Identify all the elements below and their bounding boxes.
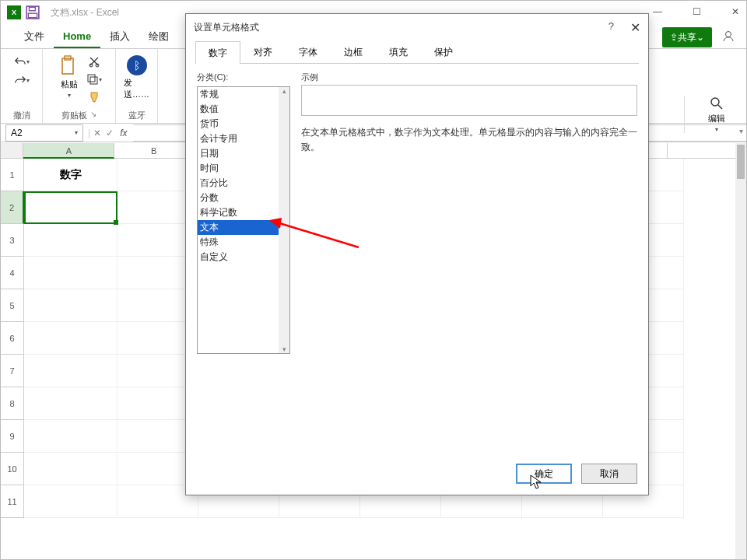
undo-button[interactable]: ▾ bbox=[14, 54, 30, 69]
svg-point-10 bbox=[711, 98, 719, 106]
cat-fraction[interactable]: 分数 bbox=[198, 191, 289, 205]
tab-file[interactable]: 文件 bbox=[15, 25, 54, 48]
ok-button[interactable]: 确定 bbox=[516, 464, 572, 484]
row-header[interactable]: 11 bbox=[1, 485, 24, 518]
list-scrollbar[interactable]: ▴▾ bbox=[279, 87, 289, 353]
cell[interactable] bbox=[24, 289, 117, 322]
bluetooth-group-label: 蓝牙 bbox=[124, 110, 149, 121]
cell-a1[interactable]: 数字 bbox=[24, 159, 117, 191]
save-icon[interactable] bbox=[26, 5, 40, 19]
svg-rect-1 bbox=[28, 13, 37, 18]
cat-number[interactable]: 数值 bbox=[198, 102, 289, 117]
expand-formula-icon[interactable]: ▾ bbox=[739, 127, 743, 135]
column-header-b[interactable]: B bbox=[114, 143, 193, 159]
dlg-tab-font[interactable]: 字体 bbox=[286, 40, 331, 63]
row-header[interactable]: 4 bbox=[1, 257, 24, 289]
excel-app-icon: X bbox=[7, 5, 21, 19]
document-title: 文档.xlsx - Excel bbox=[51, 6, 119, 19]
svg-point-3 bbox=[726, 32, 731, 37]
cell[interactable] bbox=[24, 453, 117, 485]
cell[interactable] bbox=[24, 224, 117, 257]
copy-button[interactable]: ▾ bbox=[86, 72, 102, 87]
format-painter-button[interactable] bbox=[86, 89, 102, 105]
dialog-title: 设置单元格格式 ? ✕ bbox=[186, 14, 648, 40]
cat-custom[interactable]: 自定义 bbox=[198, 250, 289, 264]
dlg-tab-fill[interactable]: 填充 bbox=[376, 40, 421, 63]
dlg-tab-number[interactable]: 数字 bbox=[195, 41, 240, 64]
row-header[interactable]: 2 bbox=[1, 191, 24, 224]
dlg-tab-protect[interactable]: 保护 bbox=[421, 40, 466, 63]
row-header[interactable]: 9 bbox=[1, 420, 24, 453]
format-cells-dialog: 设置单元格格式 ? ✕ 数字 对齐 字体 边框 填充 保护 分类(C): ▴▾ … bbox=[185, 13, 649, 495]
cell[interactable] bbox=[24, 322, 117, 355]
cell-a2-active[interactable] bbox=[24, 191, 117, 224]
cell[interactable] bbox=[24, 485, 117, 518]
row-header[interactable]: 1 bbox=[1, 159, 24, 191]
dialog-tabs: 数字 对齐 字体 边框 填充 保护 bbox=[195, 40, 639, 64]
undo-group-label: 撤消 bbox=[9, 110, 34, 121]
name-box[interactable]: A2▾ bbox=[5, 124, 83, 142]
cell[interactable] bbox=[24, 257, 117, 289]
cat-special[interactable]: 特殊 bbox=[198, 235, 289, 250]
cut-button[interactable] bbox=[86, 54, 102, 69]
sample-label: 示例 bbox=[301, 72, 637, 83]
cat-general[interactable]: 常规 bbox=[198, 87, 289, 102]
dialog-help-button[interactable]: ? bbox=[608, 20, 614, 32]
cancel-button[interactable]: 取消 bbox=[581, 464, 637, 484]
row-header[interactable]: 3 bbox=[1, 224, 24, 257]
cat-time[interactable]: 时间 bbox=[198, 161, 289, 176]
svg-rect-4 bbox=[62, 58, 73, 74]
tab-insert[interactable]: 插入 bbox=[100, 25, 139, 48]
sample-box bbox=[301, 85, 637, 116]
bluetooth-send-button[interactable]: ᛒ 发送…… bbox=[122, 54, 151, 102]
row-header[interactable]: 5 bbox=[1, 289, 24, 322]
share-button[interactable]: ⇪ 共享 ⌄ bbox=[662, 27, 712, 47]
cell[interactable] bbox=[24, 355, 117, 387]
redo-button[interactable]: ▾ bbox=[14, 72, 30, 88]
row-header[interactable]: 7 bbox=[1, 355, 24, 387]
cat-percent[interactable]: 百分比 bbox=[198, 176, 289, 191]
tab-draw[interactable]: 绘图 bbox=[139, 25, 178, 48]
cell[interactable] bbox=[24, 420, 117, 453]
clipboard-dialog-launcher[interactable]: ↘ bbox=[90, 110, 96, 121]
cell[interactable] bbox=[24, 387, 117, 420]
cat-date[interactable]: 日期 bbox=[198, 146, 289, 161]
tab-home[interactable]: Home bbox=[54, 26, 100, 48]
cat-scientific[interactable]: 科学记数 bbox=[198, 205, 289, 220]
row-header[interactable]: 10 bbox=[1, 453, 24, 485]
cat-text[interactable]: 文本 bbox=[198, 220, 289, 235]
dialog-close-button[interactable]: ✕ bbox=[630, 20, 640, 35]
select-all-corner[interactable] bbox=[1, 143, 23, 159]
clipboard-group-label: 剪贴板 bbox=[61, 110, 87, 121]
maximize-button[interactable]: ☐ bbox=[689, 5, 704, 18]
cat-currency[interactable]: 货币 bbox=[198, 117, 289, 131]
cancel-formula-icon[interactable]: ✕ bbox=[93, 128, 101, 138]
svg-rect-2 bbox=[30, 7, 36, 11]
close-window-button[interactable]: ✕ bbox=[728, 5, 743, 18]
dlg-tab-border[interactable]: 边框 bbox=[331, 40, 376, 63]
paste-button[interactable]: 粘贴 ▾ bbox=[57, 54, 82, 100]
svg-rect-8 bbox=[88, 75, 95, 82]
format-description: 在文本单元格格式中，数字作为文本处理。单元格显示的内容与输入的内容完全一致。 bbox=[301, 125, 637, 155]
category-list[interactable]: ▴▾ 常规 数值 货币 会计专用 日期 时间 百分比 分数 科学记数 文本 特殊… bbox=[197, 86, 290, 354]
vertical-scrollbar[interactable] bbox=[735, 143, 746, 559]
confirm-formula-icon[interactable]: ✓ bbox=[106, 128, 114, 138]
row-header[interactable]: 8 bbox=[1, 387, 24, 420]
comments-icon[interactable] bbox=[721, 29, 735, 45]
column-header-a[interactable]: A bbox=[23, 143, 114, 159]
fx-icon[interactable]: fx bbox=[120, 128, 127, 138]
svg-rect-9 bbox=[90, 77, 97, 84]
dlg-tab-align[interactable]: 对齐 bbox=[240, 40, 286, 63]
cat-accounting[interactable]: 会计专用 bbox=[198, 131, 289, 146]
column-header[interactable] bbox=[668, 143, 746, 159]
minimize-button[interactable]: — bbox=[650, 5, 665, 18]
row-header[interactable]: 6 bbox=[1, 322, 24, 355]
